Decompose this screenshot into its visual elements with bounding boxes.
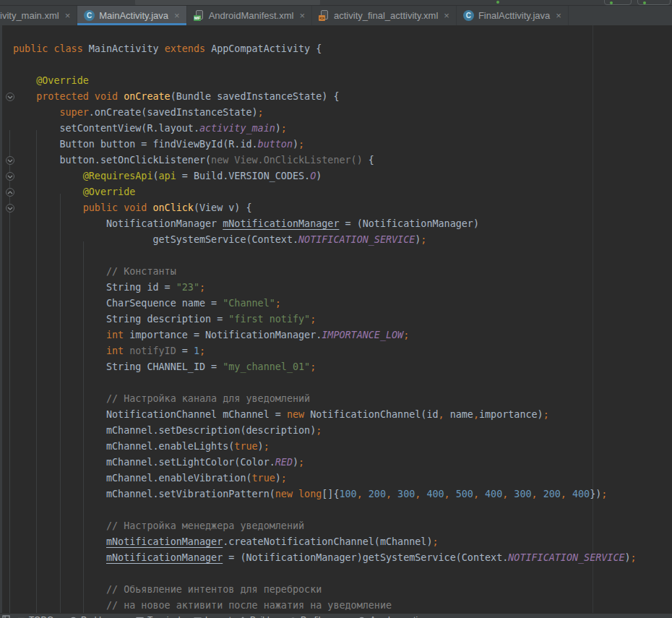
code-line[interactable]: button.setOnClickListener(new View.OnCli… — [13, 153, 672, 168]
code-line[interactable]: String id = "23"; — [13, 280, 672, 296]
tab-close-icon[interactable]: × — [556, 10, 561, 21]
tool-window-splitter[interactable] — [0, 25, 2, 618]
code-line[interactable]: int notifyID = 1; — [13, 343, 672, 359]
statusbar-item-terminal[interactable]: Terminal — [136, 615, 180, 618]
code-editor: public class MainActivity extends AppCom… — [0, 25, 672, 618]
code-line[interactable]: getSystemService(Context.NOTIFICATION_SE… — [13, 232, 672, 248]
code-line[interactable]: public class MainActivity extends AppCom… — [13, 41, 672, 57]
statusbar-item-logcat[interactable]: Logcat — [194, 615, 231, 618]
statusbar-item-label: Profiler — [301, 615, 328, 618]
code-line[interactable]: NotificationChannel mChannel = new Notif… — [13, 407, 672, 423]
code-line[interactable]: // Настройка канала для уведомлений — [13, 391, 672, 407]
run-icon[interactable] — [496, 1, 499, 4]
code-area[interactable]: public class MainActivity extends AppCom… — [13, 25, 672, 618]
code-line[interactable]: Button button = findViewById(R.id.button… — [13, 137, 672, 153]
manifest-file-icon: MF — [194, 10, 204, 21]
statusbar-item-label: Terminal — [147, 615, 180, 618]
fold-expand-icon[interactable] — [6, 156, 14, 165]
code-line[interactable]: String description = "first notify"; — [13, 312, 672, 327]
code-line[interactable]: mChannel.setVibrationPattern(new long[]{… — [13, 486, 672, 502]
code-line[interactable]: mNotificationManager.createNotificationC… — [13, 534, 672, 550]
statusbar-item-label: Logcat — [205, 615, 231, 618]
java-class-icon: C — [463, 10, 474, 21]
java-class-icon: C — [84, 10, 95, 21]
statusbar-item-label: Problems — [81, 615, 118, 618]
panel-icon — [2, 615, 10, 618]
main-toolbar-partial — [0, 0, 672, 6]
toolbar-widget[interactable] — [604, 0, 632, 5]
code-line[interactable]: // Константы — [13, 264, 672, 280]
code-line[interactable]: int importance = NotificationManager.IMP… — [13, 327, 672, 343]
code-line[interactable]: protected void onCreate(Bundle savedInst… — [13, 89, 672, 105]
tab-label: FinalActtivity.java — [478, 10, 550, 21]
run-configuration-combo[interactable] — [135, 0, 320, 6]
tab-label: MainActivity.java — [99, 10, 168, 21]
statusbar-item-label: TODO — [29, 615, 53, 618]
code-line[interactable] — [13, 566, 672, 582]
code-line[interactable]: super.onCreate(savedInstanceState); — [13, 105, 672, 121]
code-line[interactable]: @Override — [13, 184, 672, 200]
tab-close-icon[interactable]: × — [444, 10, 449, 21]
code-line[interactable]: mNotificationManager = (NotificationMana… — [13, 550, 672, 566]
code-line[interactable]: public void onClick(View v) { — [13, 200, 672, 216]
tab-close-icon[interactable]: × — [299, 10, 305, 21]
statusbar-item-todo[interactable]: TODO — [17, 615, 53, 618]
editor-tab-ivity_main.xml[interactable]: ivity_main.xml× — [0, 6, 77, 25]
statusbar-item-label: App Inspection — [370, 615, 427, 618]
tab-label: activity_final_acttivity.xml — [334, 10, 438, 21]
code-line[interactable]: CharSequence name = "Channel"; — [13, 296, 672, 312]
code-line[interactable] — [13, 375, 672, 391]
status-bar: TODOProblemsTerminalLogcatBuildProfilerA… — [0, 613, 672, 618]
code-line[interactable]: String CHANNEL_ID = "my_channel_01"; — [13, 359, 672, 375]
fold-collapse-icon[interactable] — [6, 188, 14, 197]
android-studio-window: ivity_main.xml×CMainActivity.java×MFAndr… — [0, 0, 672, 618]
code-line[interactable]: mChannel.setLightColor(Color.RED); — [13, 455, 672, 471]
editor-tab-AndroidManifest.xml[interactable]: MFAndroidManifest.xml× — [187, 6, 312, 25]
run-icon[interactable] — [610, 1, 613, 4]
statusbar-item-profiler[interactable]: Profiler — [289, 615, 328, 618]
code-line[interactable]: // Настройка менеджера уведомлений — [13, 518, 672, 534]
statusbar-item-label: Build — [250, 615, 270, 618]
code-line[interactable]: @RequiresApi(api = Build.VERSION_CODES.O… — [13, 168, 672, 184]
fold-expand-icon[interactable] — [6, 172, 14, 181]
code-line[interactable] — [13, 57, 672, 73]
editor-tab-bar: ivity_main.xml×CMainActivity.java×MFAndr… — [0, 6, 672, 25]
tab-close-icon[interactable]: × — [65, 10, 71, 21]
editor-tab-MainActivity.java[interactable]: CMainActivity.java× — [77, 6, 186, 25]
tab-label: ivity_main.xml — [0, 10, 59, 21]
statusbar-item-problems[interactable]: Problems — [69, 615, 118, 618]
run-icon[interactable] — [643, 1, 646, 4]
code-line[interactable]: mChannel.enableVibration(true); — [13, 471, 672, 486]
code-line[interactable]: // на новое активити после нажатия на ув… — [13, 598, 672, 614]
code-line[interactable]: mChannel.enableLights(true); — [13, 439, 672, 455]
fold-expand-icon[interactable] — [6, 204, 14, 213]
fold-expand-icon[interactable] — [6, 93, 14, 101]
statusbar-item-build[interactable]: Build — [238, 615, 270, 618]
statusbar-item-tool-windows[interactable] — [2, 615, 10, 618]
code-line[interactable] — [13, 502, 672, 518]
tab-close-icon[interactable]: × — [174, 10, 180, 21]
code-line[interactable]: NotificationManager mNotificationManager… — [13, 216, 672, 232]
editor-tab-FinalActtivity.java[interactable]: CFinalActtivity.java× — [457, 6, 569, 25]
code-line[interactable]: mChannel.setDescription(description); — [13, 423, 672, 439]
editor-tab-activity_final_acttivity.xml[interactable]: <>activity_final_acttivity.xml× — [312, 6, 457, 25]
code-line[interactable] — [13, 248, 672, 264]
code-line[interactable]: // Обьявление интентов для переброски — [13, 582, 672, 598]
code-line[interactable]: @Override — [13, 73, 672, 89]
tab-label: AndroidManifest.xml — [209, 10, 294, 21]
code-line[interactable]: setContentView(R.layout.activity_main); — [13, 121, 672, 137]
layout-xml-file-icon: <> — [319, 10, 329, 21]
toolbar-widget[interactable] — [637, 0, 671, 5]
statusbar-item-app-inspection[interactable]: App Inspection — [358, 615, 427, 618]
